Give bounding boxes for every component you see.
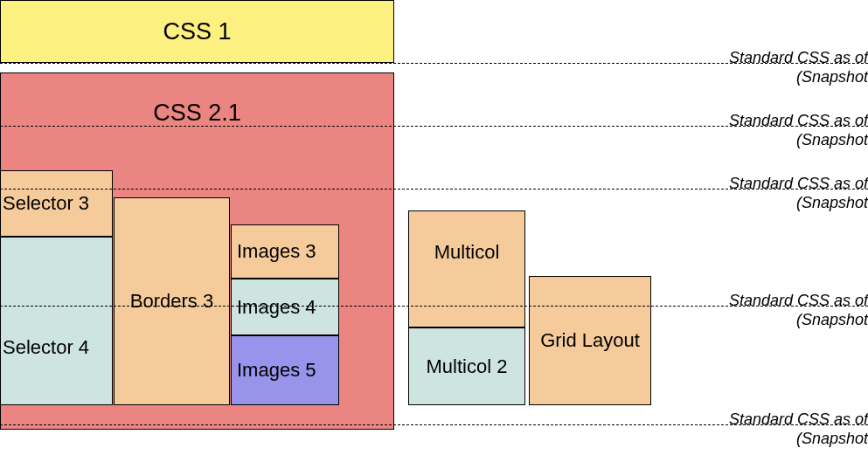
label-borders3: Borders 3 [130,290,213,313]
label-css21: CSS 2.1 [153,100,241,127]
snapshot-annot-3: Standard CSS as of (Snapshot [729,292,868,329]
box-selector3: Selector 3 [0,170,113,237]
box-multicol2: Multicol 2 [408,327,525,405]
snapshot-annot-2-l2: (Snapshot [729,194,868,213]
snapshot-annot-0-l1: Standard CSS as of [729,49,868,66]
snapshot-annot-1: Standard CSS as of (Snapshot [729,112,868,149]
label-css1: CSS 1 [163,18,231,45]
box-images4: Images 4 [231,279,339,335]
box-css1: CSS 1 [0,0,394,63]
snapshot-annot-4-l1: Standard CSS as of [729,410,868,428]
box-images3: Images 3 [231,224,339,279]
snapshot-annot-2-l1: Standard CSS as of [729,175,868,192]
snapshot-annot-4-l2: (Snapshot [729,430,868,449]
label-selector3: Selector 3 [3,192,89,215]
label-images5: Images 5 [237,359,316,382]
snapshot-annot-4: Standard CSS as of (Snapshot [729,410,868,448]
snapshot-annot-1-l1: Standard CSS as of [729,112,868,129]
label-images3: Images 3 [237,240,316,263]
snapshot-annot-3-l1: Standard CSS as of [729,292,868,309]
box-selector4: Selector 4 [0,237,113,405]
box-borders3: Borders 3 [114,197,230,405]
label-selector4: Selector 4 [3,336,89,359]
label-gridlayout: Grid Layout [540,329,640,352]
label-multicol: Multicol [434,241,500,264]
snapshot-annot-0-l2: (Snapshot [729,68,868,87]
box-gridlayout: Grid Layout [529,276,651,405]
snapshot-annot-2: Standard CSS as of (Snapshot [729,175,868,212]
box-images5: Images 5 [231,335,339,405]
snapshot-annot-1-l2: (Snapshot [729,131,868,150]
label-images4: Images 4 [237,296,316,319]
box-multicol: Multicol [408,210,525,327]
label-multicol2: Multicol 2 [427,355,508,378]
snapshot-annot-0: Standard CSS as of (Snapshot [729,49,868,86]
snapshot-annot-3-l2: (Snapshot [729,311,868,330]
